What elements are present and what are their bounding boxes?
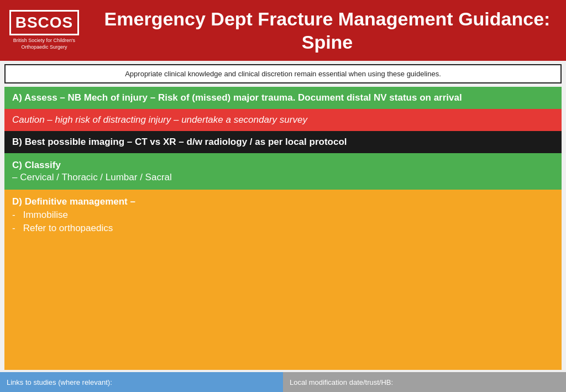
section-d-item2-text: Refer to orthopaedics: [23, 223, 113, 234]
section-d-item1: - Immobilise: [12, 210, 554, 221]
logo-subtitle: British Society for Children's Orthopaed…: [13, 38, 75, 50]
disclaimer-box: Appropriate clinical knowledge and clini…: [4, 64, 562, 83]
logo-text: BSCOS: [9, 10, 80, 35]
disclaimer-text: Appropriate clinical knowledge and clini…: [125, 70, 441, 78]
content-area: A) Assess – NB Mech of injury – Risk of …: [0, 87, 566, 372]
section-d-item1-text: Immobilise: [23, 210, 68, 221]
footer: Links to studies (where relevant): Local…: [0, 372, 566, 392]
section-d-item2: - Refer to orthopaedics: [12, 223, 554, 234]
page-title: Emergency Dept Fracture Management Guida…: [104, 7, 551, 54]
dash-icon-1: -: [12, 210, 15, 221]
section-a: A) Assess – NB Mech of injury – Risk of …: [4, 87, 562, 109]
section-c: C) Classify – Cervical / Thoracic / Lumb…: [4, 153, 562, 190]
section-caution: Caution – high risk of distracting injur…: [4, 109, 562, 131]
header: BSCOS British Society for Children's Ort…: [0, 0, 566, 61]
logo-box: BSCOS British Society for Children's Ort…: [0, 0, 88, 61]
section-b: B) Best possible imaging – CT vs XR – d/…: [4, 131, 562, 153]
footer-right-text: Local modification date/trust/HB:: [290, 378, 393, 386]
section-a-text: A) Assess – NB Mech of injury – Risk of …: [12, 92, 462, 103]
section-d: D) Definitive management – - Immobilise …: [4, 190, 562, 370]
dash-icon-2: -: [12, 223, 15, 234]
section-c-line1: C) Classify: [12, 160, 554, 171]
footer-left: Links to studies (where relevant):: [0, 372, 283, 392]
section-d-title: D) Definitive management –: [12, 196, 554, 207]
page-wrapper: BSCOS British Society for Children's Ort…: [0, 0, 566, 392]
section-c-line2: – Cervical / Thoracic / Lumbar / Sacral: [12, 172, 554, 183]
footer-right: Local modification date/trust/HB:: [283, 372, 566, 392]
title-box: Emergency Dept Fracture Management Guida…: [88, 0, 566, 61]
footer-left-text: Links to studies (where relevant):: [7, 378, 112, 386]
section-caution-text: Caution – high risk of distracting injur…: [12, 114, 307, 125]
section-b-text: B) Best possible imaging – CT vs XR – d/…: [12, 137, 347, 147]
